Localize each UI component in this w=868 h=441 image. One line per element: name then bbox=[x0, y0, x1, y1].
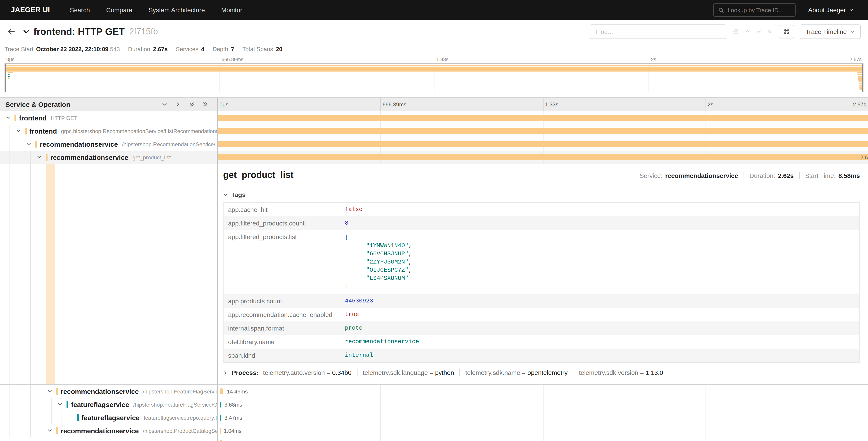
prev-match-icon[interactable] bbox=[744, 29, 750, 34]
page-title: frontend: HTTP GET bbox=[33, 26, 125, 37]
span-detail-band: get_product_list Service:recommendations… bbox=[0, 164, 868, 385]
back-button[interactable] bbox=[7, 27, 16, 35]
span-duration-bar[interactable] bbox=[220, 415, 221, 421]
trace-lookup-input[interactable] bbox=[727, 6, 790, 13]
minimap-drag-handle-right[interactable] bbox=[862, 64, 863, 92]
nav-item-system-architecture[interactable]: System Architecture bbox=[140, 0, 213, 20]
trace-lookup-box[interactable] bbox=[713, 3, 795, 17]
tag-row: app.cache_hitfalse bbox=[223, 203, 859, 216]
tag-row: app.filtered_products.count8 bbox=[223, 216, 859, 230]
tag-row: app.recommendation.cache_enabledtrue bbox=[223, 308, 859, 321]
span-row[interactable]: featureflagservicefeatureflagservice.rep… bbox=[0, 411, 868, 424]
focus-matches-icon[interactable] bbox=[733, 28, 739, 35]
collapse-chevron-icon[interactable] bbox=[37, 154, 43, 161]
span-bar-cell[interactable]: 1.04ms bbox=[218, 424, 868, 437]
span-detail-header: get_product_list Service:recommendations… bbox=[223, 170, 860, 180]
nav-item-search[interactable]: Search bbox=[62, 0, 98, 20]
span-row[interactable]: recommendationserviceget_product_list2.6… bbox=[0, 151, 868, 164]
span-row[interactable]: recommendationservice/hipstershop.Recomm… bbox=[0, 138, 868, 151]
span-bar-cell[interactable] bbox=[218, 437, 868, 441]
keyboard-shortcuts-button[interactable]: ⌘ bbox=[779, 25, 794, 38]
span-row-partial[interactable] bbox=[0, 437, 868, 441]
span-name-cell bbox=[0, 437, 218, 441]
jaeger-logo[interactable]: JAEGER UI bbox=[11, 6, 50, 14]
minimap-span-bar bbox=[7, 72, 13, 74]
collapse-chevron-icon[interactable] bbox=[47, 428, 53, 434]
chevron-down-icon bbox=[223, 192, 228, 197]
find-controls bbox=[733, 28, 772, 35]
span-duration-bar[interactable] bbox=[218, 128, 868, 134]
span-row[interactable]: frontendgrpc.hipstershop.RecommendationS… bbox=[0, 124, 868, 138]
chevron-right-icon[interactable] bbox=[175, 101, 181, 107]
service-name: recommendationservice bbox=[61, 427, 139, 435]
span-id-label: SpanID: bbox=[777, 383, 798, 384]
chevron-down-icon bbox=[850, 29, 855, 34]
span-duration-bar[interactable] bbox=[220, 402, 221, 408]
nav-item-monitor[interactable]: Monitor bbox=[213, 0, 250, 20]
chevron-right-icon bbox=[223, 370, 228, 375]
span-row[interactable]: featureflagservice/hipstershop.FeatureFl… bbox=[0, 398, 868, 411]
grid-line bbox=[649, 64, 649, 92]
tag-key: app.filtered_products.list bbox=[223, 230, 340, 243]
summary-value-fraction: .543 bbox=[108, 46, 120, 53]
process-tag-key: telemetry.sdk.language bbox=[363, 369, 428, 376]
span-tree-label: recommendationserviceget_product_list bbox=[46, 151, 171, 164]
span-bar-cell[interactable] bbox=[218, 111, 868, 124]
double-chevron-right-icon[interactable] bbox=[202, 101, 208, 107]
indent-guide bbox=[30, 424, 31, 437]
span-row[interactable]: recommendationservice/hipstershop.Produc… bbox=[0, 424, 868, 437]
service-color-bar bbox=[56, 388, 58, 395]
indent-guide bbox=[41, 411, 41, 424]
span-duration-bar[interactable] bbox=[220, 440, 222, 441]
collapse-chevron-icon[interactable] bbox=[16, 128, 22, 135]
arrow-left-icon bbox=[7, 27, 16, 35]
indent-guide bbox=[30, 398, 31, 411]
collapse-chevron-icon[interactable] bbox=[47, 388, 53, 395]
clear-find-icon[interactable] bbox=[767, 29, 772, 34]
tick-label: 2s bbox=[708, 101, 713, 108]
collapse-chevron-icon[interactable] bbox=[26, 141, 33, 148]
span-bar-cell[interactable] bbox=[218, 138, 868, 151]
tag-value-text: proto bbox=[345, 325, 363, 331]
span-duration-bar[interactable] bbox=[220, 428, 221, 434]
overview-item: Start Time:8.58ms bbox=[799, 172, 860, 179]
span-duration-bar[interactable] bbox=[218, 115, 868, 121]
deep-link-icon[interactable] bbox=[854, 384, 860, 384]
span-row[interactable]: recommendationservice/hipstershop.Featur… bbox=[0, 385, 868, 398]
next-match-icon[interactable] bbox=[755, 29, 762, 34]
about-jaeger-menu[interactable]: About Jaeger bbox=[808, 6, 854, 13]
collapse-chevron-icon[interactable] bbox=[58, 402, 64, 408]
span-bar-cell[interactable]: 2.62s bbox=[218, 151, 868, 164]
trace-view-dropdown[interactable]: Trace Timeline bbox=[800, 24, 861, 39]
trace-collapse-toggle[interactable] bbox=[23, 28, 30, 35]
nav-menu: SearchCompareSystem ArchitectureMonitor bbox=[62, 0, 250, 20]
span-bar-cell[interactable]: 14.49ms bbox=[218, 385, 868, 398]
tag-row: app.filtered_products.list[ "1YMWWN1N4O"… bbox=[223, 230, 859, 294]
minimap-drag-handle-left[interactable] bbox=[5, 64, 6, 92]
span-duration-bar[interactable] bbox=[218, 154, 868, 160]
span-tree-label: featureflagservice/hipstershop.FeatureFl… bbox=[66, 398, 218, 411]
timeline-header-left: Service & Operation bbox=[0, 98, 218, 111]
span-duration-label: 2.62s bbox=[860, 155, 868, 161]
find-input[interactable] bbox=[589, 24, 726, 39]
chevron-down-icon[interactable] bbox=[161, 101, 167, 107]
trace-id: 2f715fb bbox=[129, 27, 158, 36]
span-bar-cell[interactable] bbox=[218, 124, 868, 138]
service-name: frontend bbox=[29, 127, 57, 135]
span-bar-cell[interactable]: 3.47ms bbox=[218, 411, 868, 424]
span-duration-bar[interactable] bbox=[220, 388, 223, 394]
grid-line bbox=[543, 98, 543, 111]
double-chevron-down-icon[interactable] bbox=[189, 101, 195, 107]
span-duration-bar[interactable] bbox=[218, 141, 868, 147]
span-row[interactable]: frontendHTTP GET bbox=[0, 111, 868, 124]
span-bar-cell[interactable]: 3.68ms bbox=[218, 398, 868, 411]
process-section-toggle[interactable]: Process: telemetry.auto.version = 0.34b0… bbox=[223, 369, 860, 376]
nav-item-compare[interactable]: Compare bbox=[98, 0, 140, 20]
tag-row: internal.span.formatproto bbox=[223, 321, 859, 335]
chevron-down-icon bbox=[849, 8, 854, 12]
grid-line bbox=[543, 437, 543, 441]
minimap-canvas[interactable] bbox=[4, 63, 864, 92]
collapse-chevron-icon[interactable] bbox=[5, 115, 12, 121]
operation-name: /hipstershop.FeatureFlagService/Ge… bbox=[133, 401, 218, 408]
tags-section-toggle[interactable]: Tags bbox=[223, 189, 860, 201]
